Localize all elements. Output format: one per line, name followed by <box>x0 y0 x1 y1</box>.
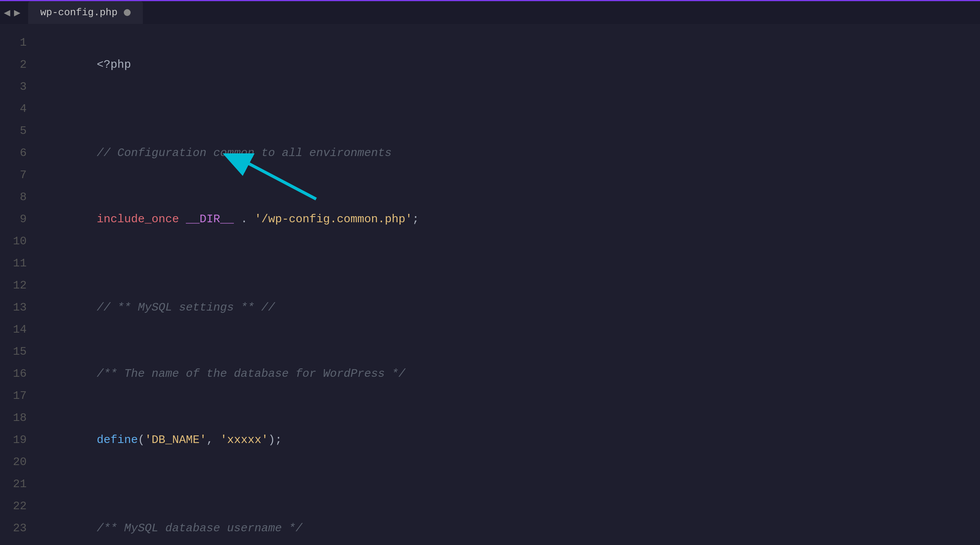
line-num-8: 8 <box>8 186 27 208</box>
forward-arrow[interactable]: ▶ <box>14 6 21 19</box>
file-tab[interactable]: wp-config.php <box>28 1 143 24</box>
code-line-9 <box>42 473 972 495</box>
line-num-19: 19 <box>8 429 27 451</box>
code-content[interactable]: <?php // Configuration common to all env… <box>34 32 980 545</box>
code-line-2 <box>42 98 972 120</box>
line-num-10: 10 <box>8 230 27 252</box>
code-line-3: // Configuration common to all environme… <box>42 120 972 186</box>
code-line-4: include_once __DIR__ . '/wp-config.commo… <box>42 186 972 252</box>
line-num-23: 23 <box>8 517 27 539</box>
line-num-21: 21 <box>8 473 27 495</box>
line-num-13: 13 <box>8 296 27 319</box>
tab-filename: wp-config.php <box>40 7 118 18</box>
code-line-1: <?php <box>42 32 972 98</box>
line-num-7: 7 <box>8 164 27 186</box>
line-num-12: 12 <box>8 274 27 296</box>
code-area: 1 2 3 4 5 6 7 8 9 10 11 12 13 14 15 16 1… <box>0 24 980 545</box>
line-num-15: 15 <box>8 341 27 363</box>
code-line-5 <box>42 252 972 274</box>
line-num-14: 14 <box>8 319 27 341</box>
line-num-16: 16 <box>8 363 27 385</box>
line-numbers: 1 2 3 4 5 6 7 8 9 10 11 12 13 14 15 16 1… <box>0 32 34 545</box>
line-num-6: 6 <box>8 142 27 164</box>
line-num-17: 17 <box>8 385 27 407</box>
code-line-7: /** The name of the database for WordPre… <box>42 341 972 407</box>
line-num-22: 22 <box>8 495 27 517</box>
line-num-4: 4 <box>8 98 27 120</box>
line-num-3: 3 <box>8 76 27 98</box>
line-num-5: 5 <box>8 120 27 142</box>
line-num-11: 11 <box>8 252 27 274</box>
code-line-6: // ** MySQL settings ** // <box>42 274 972 341</box>
tab-bar: ◀ ▶ wp-config.php <box>0 0 980 24</box>
line-num-9: 9 <box>8 208 27 230</box>
code-line-10: /** MySQL database username */ <box>42 495 972 545</box>
line-num-2: 2 <box>8 54 27 76</box>
line-num-1: 1 <box>8 32 27 54</box>
back-arrow[interactable]: ◀ <box>4 6 10 19</box>
line-num-20: 20 <box>8 451 27 473</box>
line-num-18: 18 <box>8 407 27 429</box>
editor-container: ◀ ▶ wp-config.php 1 2 3 4 5 6 7 8 9 10 1… <box>0 0 980 545</box>
nav-arrows: ◀ ▶ <box>4 6 21 19</box>
code-line-8: define('DB_NAME', 'xxxxx'); <box>42 407 972 473</box>
line-num-24: 24 <box>8 539 27 545</box>
tab-modified-dot <box>124 9 131 16</box>
